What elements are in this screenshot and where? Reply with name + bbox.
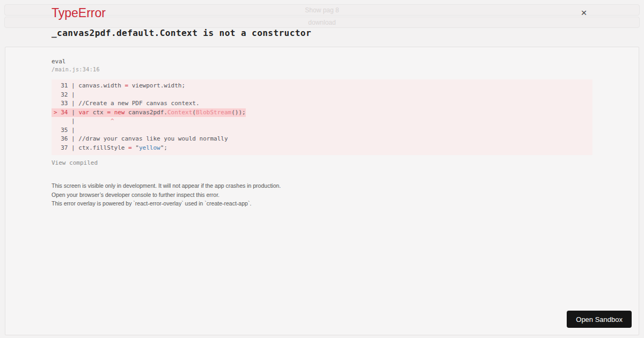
- code-line: 36 | //draw your canvas like you would n…: [54, 135, 590, 144]
- footer-line-dev-only: This screen is visible only in developme…: [52, 181, 281, 190]
- code-line: > 34 | var ctx = new canvas2pdf.Context(…: [54, 108, 590, 117]
- error-message: _canvas2pdf.default.Context is not a con…: [52, 28, 311, 38]
- stack-frame-location: /main.js:34:16: [52, 67, 100, 72]
- view-compiled-link[interactable]: View compiled: [52, 159, 98, 166]
- close-icon[interactable]: ×: [579, 8, 589, 18]
- stack-frame-function: eval: [52, 58, 66, 65]
- code-frame: 31 | canvas.width = viewport.width; 32 |…: [52, 79, 592, 155]
- code-line: 31 | canvas.width = viewport.width;: [54, 82, 590, 91]
- error-overlay: × TypeError _canvas2pdf.default.Context …: [0, 0, 644, 338]
- code-line: 33 | //Create a new PDF canvas context.: [54, 99, 590, 108]
- footer-line-console-hint: Open your browser’s developer console to…: [52, 190, 281, 200]
- overlay-footer: This screen is visible only in developme…: [52, 181, 281, 208]
- open-sandbox-button[interactable]: Open Sandbox: [567, 311, 632, 328]
- code-line: 35 |: [54, 126, 590, 135]
- footer-line-powered-by: This error overlay is powered by `react-…: [52, 199, 281, 208]
- open-sandbox-button-label: Open Sandbox: [576, 315, 623, 324]
- error-type-title: TypeError: [52, 6, 106, 20]
- code-line: | ^: [54, 117, 590, 126]
- code-line: 32 |: [54, 91, 590, 100]
- code-line: 37 | ctx.fillStyle = "yellow";: [54, 144, 590, 153]
